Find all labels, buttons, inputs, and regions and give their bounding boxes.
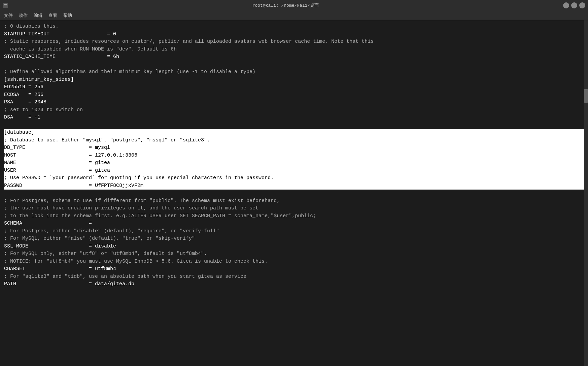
title-bar-left	[3, 3, 8, 8]
line-3: ; Static resources, includes resources o…	[4, 39, 374, 44]
line-7: ; Define allowed algorithms and their mi…	[4, 69, 255, 75]
window-icon	[3, 3, 8, 8]
svg-rect-2	[4, 5, 7, 5]
line-charset-comment1: ; For MySQL only, either "utf8" or "utf8…	[4, 251, 207, 257]
line-4: cache is disabled when RUN_MODE is "dev"…	[4, 46, 177, 52]
menu-view[interactable]: 查看	[46, 11, 60, 20]
line-charset: CHARSET = utf8mb4	[4, 266, 116, 272]
highlight-line-dbtype: DB_TYPE = mysql	[4, 144, 584, 152]
highlight-line-database: [database]	[4, 129, 584, 137]
highlight-line-host: HOST = 127.0.0.1:3306	[4, 152, 584, 160]
highlight-line-passwd-comment: ; Use PASSWD = `your password` for quoti…	[4, 174, 584, 182]
line-12: ; set to 1024 to switch on	[4, 107, 83, 113]
line-1: ; 0 disables this.	[4, 24, 59, 29]
terminal-content[interactable]: ; 0 disables this. STARTUP_TIMEOUT = 0 ;…	[0, 20, 588, 366]
line-sslmode: SSL_MODE = disable	[4, 243, 116, 249]
line-sqlite-comment: ; For "sqlite3" and "tidb", use an absol…	[4, 274, 246, 279]
title-bar-controls[interactable]	[563, 2, 585, 8]
menu-bar: 文件 动作 编辑 查看 帮助	[0, 11, 588, 20]
line-path: PATH = data/gitea.db	[4, 281, 134, 287]
line-postgres-1: ; For Postgres, schema to use if differe…	[4, 198, 280, 204]
terminal-text: ; 0 disables this. STARTUP_TIMEOUT = 0 ;…	[0, 20, 588, 366]
highlight-line-user: USER = gitea	[4, 167, 584, 175]
line-postgres-2: ; the user must have creation privileges…	[4, 205, 258, 211]
menu-edit[interactable]: 编辑	[31, 11, 45, 20]
line-9: ED25519 = 256	[4, 84, 43, 90]
title-bar: root@kali: /home/kali/桌面	[0, 0, 588, 11]
menu-file[interactable]: 文件	[1, 11, 15, 20]
line-postgres-ssl: ; For Postgres, either "disable" (defaul…	[4, 228, 219, 234]
line-postgres-3: ; to the look into the schema first. e.g…	[4, 213, 316, 219]
line-11: RSA = 2048	[4, 99, 46, 105]
line-schema: SCHEMA =	[4, 221, 92, 226]
line-13: DSA = -1	[4, 114, 40, 120]
minimize-button[interactable]	[563, 2, 569, 8]
line-2: STARTUP_TIMEOUT = 0	[4, 31, 116, 37]
scrollbar-thumb[interactable]	[584, 89, 588, 103]
highlight-line-name: NAME = gitea	[4, 159, 584, 167]
terminal-window: root@kali: /home/kali/桌面 文件 动作 编辑 查看 帮助 …	[0, 0, 588, 366]
close-button[interactable]	[579, 2, 585, 8]
line-mysql-ssl: ; For MySQL, either "false" (default), "…	[4, 236, 195, 241]
line-10: ECDSA = 256	[4, 92, 43, 98]
menu-help[interactable]: 帮助	[61, 11, 75, 20]
line-5: STATIC_CACHE_TIME = 6h	[4, 54, 119, 60]
highlight-line-passwd: PASSWD = UfFPTF8C8jjxVF2m	[4, 182, 584, 190]
line-charset-comment2: ; NOTICE: for "utf8mb4" you must use MyS…	[4, 259, 268, 264]
menu-action[interactable]: 动作	[16, 11, 30, 20]
window-title: root@kali: /home/kali/桌面	[8, 2, 563, 8]
maximize-button[interactable]	[571, 2, 577, 8]
scrollbar[interactable]	[584, 20, 588, 366]
highlight-line-comment-db: ; Database to use. Either "mysql", "post…	[4, 137, 584, 144]
svg-rect-3	[4, 6, 7, 6]
svg-rect-1	[4, 4, 7, 5]
line-8: [ssh.minimum_key_sizes]	[4, 77, 74, 82]
